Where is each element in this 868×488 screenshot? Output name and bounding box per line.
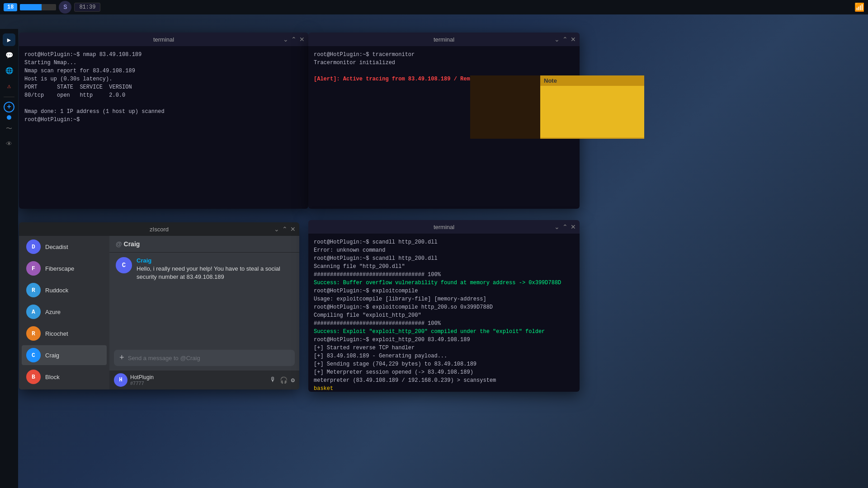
zdiscord-messages: C Craig Hello, i really need your help! … — [109, 253, 299, 350]
zdiscord-channel-header: @ Craig — [109, 236, 299, 253]
headphones-icon[interactable]: 🎧 — [280, 376, 288, 384]
zdiscord-user-avatar: H — [114, 373, 127, 387]
sidebar-icon-wave[interactable]: 〜 — [3, 122, 15, 135]
task-time: 81:39 — [74, 3, 100, 12]
zdiscord-titlebar: zIscord ⌄ ⌃ ✕ — [19, 222, 299, 236]
terminal-3-title: terminal — [434, 224, 454, 230]
terminal-1-title: terminal — [153, 36, 174, 43]
discord-attach-icon[interactable]: + — [119, 353, 124, 362]
terminal-3-close[interactable]: ✕ — [571, 224, 576, 230]
t3-line-10: ################################## 100% — [314, 319, 574, 328]
terminal-3-minimize[interactable]: ⌄ — [554, 224, 560, 230]
eye-icon: 👁 — [6, 141, 12, 148]
t1-line-8: Nmap done: 1 IP address (1 host up) scan… — [24, 108, 303, 116]
zdiscord-minimize[interactable]: ⌄ — [274, 226, 279, 232]
dark-thumbnail — [470, 75, 540, 139]
t3-line-16: [+] Meterpreter session opened (-> 83.49… — [314, 368, 574, 376]
zdiscord-username: HotPlugin — [130, 374, 154, 380]
t1-line-1: root@HotPlugin:~$ nmap 83.49.108.189 — [24, 51, 303, 59]
terminal-1-close[interactable]: ✕ — [299, 36, 305, 42]
zdiscord-close[interactable]: ✕ — [290, 226, 296, 232]
terminal-icon: ▶ — [7, 36, 11, 44]
zdiscord-maximize[interactable]: ⌃ — [282, 226, 288, 232]
t3-line-15: [+] Sending stage (704,229 bytes) to 83.… — [314, 360, 574, 368]
chat-icon: 💬 — [5, 52, 13, 59]
sidebar-icon-terminal[interactable]: ▶ — [3, 33, 15, 46]
t3-line-4: ################################## 100% — [314, 271, 574, 279]
discord-user-name: Ricochet — [45, 330, 68, 337]
t3-line-6: root@HotPlugin:~$ exploitcompile — [314, 287, 574, 295]
terminal-1-titlebar: terminal ⌄ ⌃ ✕ — [19, 33, 308, 46]
t1-line-2: Starting Nmap... — [24, 59, 303, 67]
zdiscord-window: zIscord ⌄ ⌃ ✕ DDecadistFFiberscapeRRuddo… — [19, 222, 299, 389]
desktop: ▶ 💬 🌐 ⚠ + 〜 👁 terminal ⌄ ⌃ ✕ — [0, 14, 868, 488]
wifi-icon: 📶 — [854, 2, 864, 12]
terminal-3-maximize[interactable]: ⌃ — [562, 224, 568, 230]
zdiscord-bottom-icons: 🎙 🎧 ⚙ — [270, 376, 295, 384]
t3-line-8: root@HotPlugin:~$ exploitcompile http_20… — [314, 303, 574, 311]
terminal-1-controls: ⌄ ⌃ ✕ — [283, 36, 305, 42]
discord-user-item[interactable]: PPerplexed — [22, 389, 107, 389]
sidebar-icon-eye[interactable]: 👁 — [3, 138, 15, 150]
terminal-2-titlebar: terminal ⌄ ⌃ ✕ — [308, 33, 580, 46]
t3-line-11: Success: Exploit "exploit_http_200" comp… — [314, 328, 574, 336]
sidebar-icon-danger[interactable]: ⚠ — [3, 80, 15, 92]
sticky-note-title: Note — [540, 75, 644, 86]
discord-avatar: B — [26, 370, 41, 384]
terminal-3-controls: ⌄ ⌃ ✕ — [554, 224, 576, 230]
sidebar-divider — [4, 97, 14, 97]
sticky-note-body[interactable] — [540, 86, 644, 137]
sidebar-add-button[interactable]: + — [4, 102, 14, 113]
sidebar-indicator — [7, 115, 11, 120]
t2-line-3 — [314, 67, 574, 75]
zdiscord-title: zIscord — [150, 226, 169, 233]
terminal-window-1: terminal ⌄ ⌃ ✕ root@HotPlugin:~$ nmap 83… — [19, 33, 308, 209]
discord-avatar: A — [26, 305, 41, 319]
discord-user-item[interactable]: RRicochet — [22, 324, 107, 343]
t3-line-0: root@HotPlugin:~$ scandll http_200.dll — [314, 238, 574, 246]
zdiscord-controls: ⌄ ⌃ ✕ — [274, 226, 296, 232]
terminal-2-maximize[interactable]: ⌃ — [562, 36, 568, 42]
zdiscord-input-placeholder[interactable]: Send a message to @Craig — [128, 355, 289, 361]
t2-line-1: root@HotPlugin:~$ tracermonitor — [314, 51, 574, 59]
sidebar-icon-globe[interactable]: 🌐 — [3, 64, 15, 77]
discord-user-name: Azure — [45, 309, 61, 315]
t1-line-6: 80/tcp open http 2.0.0 — [24, 91, 303, 99]
taskbar: 18 S 81:39 📶 — [0, 0, 868, 14]
sidebar-icon-chat[interactable]: 💬 — [3, 49, 15, 61]
zdiscord-input-area[interactable]: + Send a message to @Craig — [114, 350, 295, 366]
t3-line-14: [+] 83.49.108.189 - Generating payload..… — [314, 352, 574, 360]
discord-user-item[interactable]: AAzure — [22, 302, 107, 322]
sticky-note: Note — [540, 75, 644, 139]
zdiscord-channel-name: Craig — [124, 240, 140, 248]
discord-avatar: F — [26, 261, 41, 276]
terminal-2-close[interactable]: ✕ — [571, 36, 576, 42]
settings-icon[interactable]: ⚙ — [291, 376, 295, 384]
t1-line-3: Nmap scan report for 83.49.108.189 — [24, 67, 303, 75]
mic-icon[interactable]: 🎙 — [270, 376, 276, 384]
zdiscord-sidebar: DDecadistFFiberscapeRRuddockAAzureRRicoc… — [19, 236, 109, 389]
terminal-1-minimize[interactable]: ⌄ — [283, 36, 288, 42]
t3-line-12: root@HotPlugin:~$ exploit_http_200 83.49… — [314, 336, 574, 344]
task-progress-fill — [20, 4, 42, 10]
discord-user-item[interactable]: DDecadist — [22, 237, 107, 257]
discord-user-item[interactable]: CCraig — [22, 345, 107, 365]
discord-user-item[interactable]: RRuddock — [22, 280, 107, 300]
zdiscord-channel-icon: @ — [116, 240, 124, 248]
discord-user-name: Fiberscape — [45, 265, 74, 272]
danger-icon: ⚠ — [7, 82, 11, 90]
terminal-2-minimize[interactable]: ⌄ — [554, 36, 560, 42]
t3-line-2: root@HotPlugin:~$ scandll http_200.dll — [314, 254, 574, 263]
terminal-1-maximize[interactable]: ⌃ — [291, 36, 297, 42]
discord-avatar: D — [26, 239, 41, 254]
t2-line-2: Tracermonitor initialized — [314, 59, 574, 67]
discord-msg-avatar-1: C — [116, 257, 132, 273]
discord-user-item[interactable]: FFiberscape — [22, 258, 107, 278]
t3-line-17: meterpreter (83.49.108.189 / 192.168.0.2… — [314, 376, 574, 385]
discord-user-item[interactable]: BBlock — [22, 367, 107, 387]
zdiscord-body: DDecadistFFiberscapeRRuddockAAzureRRicoc… — [19, 236, 299, 389]
t3-line-7: Usage: exploitcompile [library-file] [me… — [314, 295, 574, 303]
t3-line-5: Success: Buffer overflow vulnerability f… — [314, 279, 574, 287]
task-logo: S — [59, 1, 71, 14]
terminal-3-body: root@HotPlugin:~$ scandll http_200.dllEr… — [308, 234, 580, 392]
